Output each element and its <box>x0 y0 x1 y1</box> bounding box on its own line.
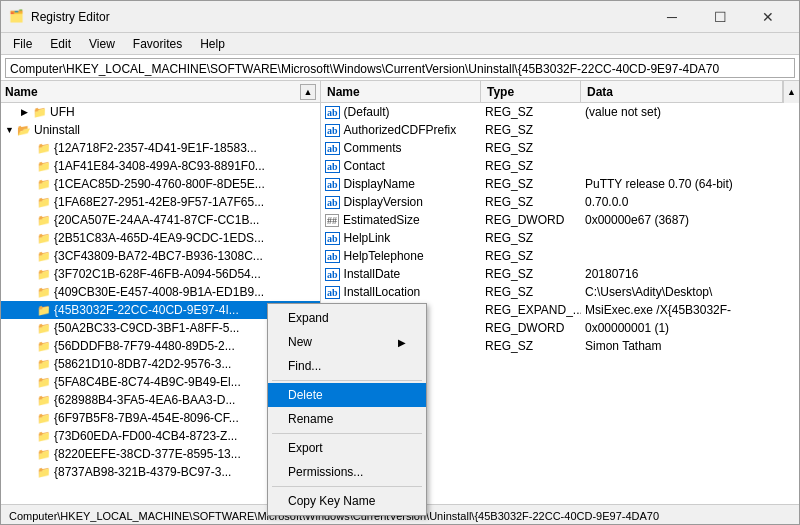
tree-label: {1CEAC85D-2590-4760-800F-8DE5E... <box>54 177 265 191</box>
folder-icon: 📁 <box>37 448 51 461</box>
tree-header: Name ▲ <box>1 81 320 103</box>
tree-label: {3F702C1B-628F-46FB-A094-56D54... <box>54 267 261 281</box>
list-item[interactable]: 📁{3F702C1B-628F-46FB-A094-56D54... <box>1 265 320 283</box>
menu-bar: File Edit View Favorites Help <box>1 33 799 55</box>
reg-sz-icon: ab <box>325 232 340 245</box>
menu-help[interactable]: Help <box>192 33 233 55</box>
ctx-copy-key-name[interactable]: Copy Key Name <box>268 489 426 513</box>
reg-sz-icon: ab <box>325 124 340 137</box>
reg-row-displayname[interactable]: abDisplayName REG_SZ PuTTY release 0.70 … <box>321 175 799 193</box>
ctx-expand[interactable]: Expand <box>268 306 426 330</box>
folder-icon: 📁 <box>37 286 51 299</box>
maximize-button[interactable]: ☐ <box>697 1 743 33</box>
ctx-expand-label: Expand <box>288 311 329 325</box>
reg-row-installdate[interactable]: abInstallDate REG_SZ 20180716 <box>321 265 799 283</box>
folder-icon: 📁 <box>37 196 51 209</box>
title-left: 🗂️ Registry Editor <box>9 9 110 25</box>
reg-row-installlocation[interactable]: abInstallLocation REG_SZ C:\Users\Adity\… <box>321 283 799 301</box>
col-header-data[interactable]: Data <box>581 81 783 103</box>
expand-icon[interactable]: ▶ <box>21 107 33 117</box>
folder-icon: 📁 <box>37 322 51 335</box>
tree-label: {58621D10-8DB7-42D2-9576-3... <box>54 357 231 371</box>
list-item[interactable]: 📁{2B51C83A-465D-4EA9-9CDC-1EDS... <box>1 229 320 247</box>
reg-row-authorizedcdfprefix[interactable]: abAuthorizedCDFPrefix REG_SZ <box>321 121 799 139</box>
list-item[interactable]: 📁{1CEAC85D-2590-4760-800F-8DE5E... <box>1 175 320 193</box>
tree-label: {409CB30E-E457-4008-9B1A-ED1B9... <box>54 285 264 299</box>
app-icon: 🗂️ <box>9 9 25 25</box>
title-controls: ─ ☐ ✕ <box>649 1 791 33</box>
tree-label: UFH <box>50 105 75 119</box>
reg-row-comments[interactable]: abComments REG_SZ <box>321 139 799 157</box>
reg-row-displayversion[interactable]: abDisplayVersion REG_SZ 0.70.0.0 <box>321 193 799 211</box>
reg-row-contact[interactable]: abContact REG_SZ <box>321 157 799 175</box>
address-bar: Computer\HKEY_LOCAL_MACHINE\SOFTWARE\Mic… <box>1 55 799 81</box>
address-path[interactable]: Computer\HKEY_LOCAL_MACHINE\SOFTWARE\Mic… <box>5 58 795 78</box>
folder-icon: 📁 <box>37 376 51 389</box>
ctx-delete-label: Delete <box>288 388 323 402</box>
ctx-arrow-icon: ▶ <box>398 337 406 348</box>
ctx-new[interactable]: New ▶ <box>268 330 426 354</box>
right-header: Name Type Data ▲ <box>321 81 799 103</box>
title-text: Registry Editor <box>31 10 110 24</box>
right-scroll-up[interactable]: ▲ <box>783 81 799 103</box>
folder-icon: 📁 <box>37 466 51 479</box>
folder-icon: 📁 <box>37 232 51 245</box>
tree-label: {50A2BC33-C9CD-3BF1-A8FF-5... <box>54 321 239 335</box>
reg-sz-icon: ab <box>325 106 340 119</box>
context-menu: Expand New ▶ Find... Delete Rename Expor… <box>267 303 427 516</box>
tree-label: {3CF43809-BA72-4BC7-B936-1308C... <box>54 249 263 263</box>
folder-icon: 📁 <box>37 268 51 281</box>
list-item[interactable]: 📁{1AF41E84-3408-499A-8C93-8891F0... <box>1 157 320 175</box>
expand-icon[interactable]: ▼ <box>5 125 17 135</box>
folder-icon: 📁 <box>37 178 51 191</box>
reg-row-default[interactable]: ab(Default) REG_SZ (value not set) <box>321 103 799 121</box>
folder-icon: 📁 <box>37 358 51 371</box>
ctx-permissions-label: Permissions... <box>288 465 363 479</box>
ctx-copy-key-name-label: Copy Key Name <box>288 494 375 508</box>
ctx-separator-2 <box>272 433 422 434</box>
ctx-delete[interactable]: Delete <box>268 383 426 407</box>
list-item[interactable]: 📁{409CB30E-E457-4008-9B1A-ED1B9... <box>1 283 320 301</box>
ctx-rename[interactable]: Rename <box>268 407 426 431</box>
folder-icon: 📁 <box>37 394 51 407</box>
list-item[interactable]: 📁{20CA507E-24AA-4741-87CF-CC1B... <box>1 211 320 229</box>
title-bar: 🗂️ Registry Editor ─ ☐ ✕ <box>1 1 799 33</box>
menu-favorites[interactable]: Favorites <box>125 33 190 55</box>
folder-icon: 📁 <box>33 106 47 119</box>
tree-item-ufh[interactable]: ▶ 📁 UFH <box>1 103 320 121</box>
col-header-name[interactable]: Name <box>321 81 481 103</box>
tree-item-uninstall[interactable]: ▼ 📂 Uninstall <box>1 121 320 139</box>
tree-column-header: Name <box>5 85 38 99</box>
list-item[interactable]: 📁{3CF43809-BA72-4BC7-B936-1308C... <box>1 247 320 265</box>
tree-label: {1AF41E84-3408-499A-8C93-8891F0... <box>54 159 265 173</box>
tree-label: {1FA68E27-2951-42E8-9F57-1A7F65... <box>54 195 264 209</box>
menu-view[interactable]: View <box>81 33 123 55</box>
menu-edit[interactable]: Edit <box>42 33 79 55</box>
ctx-find[interactable]: Find... <box>268 354 426 378</box>
tree-label: {628988B4-3FA5-4EA6-BAA3-D... <box>54 393 235 407</box>
minimize-button[interactable]: ─ <box>649 1 695 33</box>
tree-label: {8220EEFE-38CD-377E-8595-13... <box>54 447 241 461</box>
ctx-export[interactable]: Export <box>268 436 426 460</box>
folder-icon: 📁 <box>37 430 51 443</box>
tree-label: {2B51C83A-465D-4EA9-9CDC-1EDS... <box>54 231 264 245</box>
folder-icon: 📁 <box>37 214 51 227</box>
tree-scroll-up[interactable]: ▲ <box>300 84 316 100</box>
reg-sz-icon: ab <box>325 160 340 173</box>
ctx-permissions[interactable]: Permissions... <box>268 460 426 484</box>
menu-file[interactable]: File <box>5 33 40 55</box>
tree-label: {6F97B5F8-7B9A-454E-8096-CF... <box>54 411 239 425</box>
tree-label: Uninstall <box>34 123 80 137</box>
col-header-type[interactable]: Type <box>481 81 581 103</box>
list-item[interactable]: 📁{1FA68E27-2951-42E8-9F57-1A7F65... <box>1 193 320 211</box>
reg-row-helplink[interactable]: abHelpLink REG_SZ <box>321 229 799 247</box>
close-button[interactable]: ✕ <box>745 1 791 33</box>
folder-open-icon: 📂 <box>17 124 31 137</box>
ctx-find-label: Find... <box>288 359 321 373</box>
reg-sz-icon: ab <box>325 196 340 209</box>
reg-sz-icon: ab <box>325 286 340 299</box>
reg-row-helptelephone[interactable]: abHelpTelephone REG_SZ <box>321 247 799 265</box>
ctx-separator-3 <box>272 486 422 487</box>
reg-row-estimatedsize[interactable]: ##EstimatedSize REG_DWORD 0x00000e67 (36… <box>321 211 799 229</box>
list-item[interactable]: 📁{12A718F2-2357-4D41-9E1F-18583... <box>1 139 320 157</box>
